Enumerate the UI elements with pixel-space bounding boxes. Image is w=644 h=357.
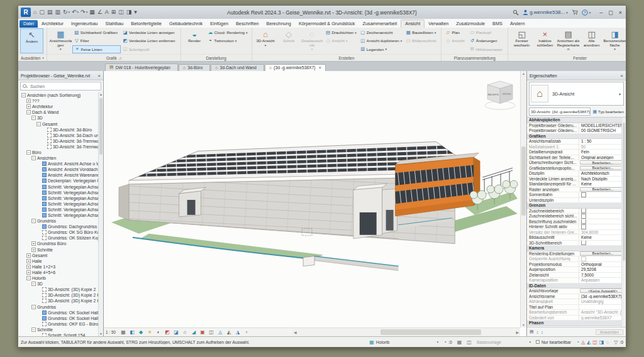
selection-toggle-icon[interactable]: ◔	[576, 339, 579, 345]
property-row[interactable]: Projektbrowser Gliederu... 00 ISOMETRISC…	[527, 128, 626, 134]
ribbon-button[interactable]: ◇ Ansicht	[443, 36, 467, 45]
property-row[interactable]: Standardanzeigestil für ... Keine	[527, 182, 626, 187]
search-input[interactable]	[29, 84, 99, 89]
selection-toggle-icon[interactable]: ◌	[606, 339, 609, 345]
property-value[interactable]: MODELLIERSICHTEN	[579, 123, 626, 128]
instance-combo[interactable]: 3D-Ansicht: {3d -g.wennike538X7}▾	[529, 107, 591, 116]
tree-expander[interactable]	[36, 293, 41, 297]
tree-item[interactable]: − Ansichten (nach Sortierung)	[19, 92, 103, 98]
tree-expander[interactable]: +	[26, 104, 31, 109]
view-control-icon[interactable]: ▦	[119, 329, 128, 336]
tree-item[interactable]: Schnitt: Verlegeplan Achse e	[19, 201, 103, 207]
ribbon-button[interactable]: ▤ Ansichten als Registerkarten	[557, 28, 580, 53]
property-row[interactable]: Sichtbarkeit der Teilele... Original anz…	[527, 155, 626, 161]
ribbon-tab[interactable]: Betonfertigteile	[127, 20, 165, 28]
property-value[interactable]: g.wennike538X7	[579, 316, 626, 321]
tree-expander[interactable]: +	[31, 241, 36, 246]
tree-expander[interactable]	[36, 185, 41, 189]
dropdown-caret-icon[interactable]: ▾	[614, 47, 616, 51]
tree-item[interactable]: Grundriss: OKF EG - Büro+H	[19, 321, 103, 327]
property-value[interactable]: {3d -g.wennike538X7}	[579, 294, 626, 299]
model-canvas[interactable]: RECHTS HINTEN	[104, 71, 520, 327]
view-control-icon[interactable]: ⌂	[180, 329, 189, 336]
ribbon-tab[interactable]: Berechnung	[263, 20, 295, 28]
tree-expander[interactable]: +	[31, 248, 36, 252]
tree-expander[interactable]	[36, 167, 41, 172]
dropdown-caret-icon[interactable]: ▾	[60, 47, 62, 51]
tree-item[interactable]: Ansicht: Ansicht Achse o Wa	[19, 161, 103, 167]
tree-item[interactable]: − Büro	[19, 150, 103, 155]
tree-item[interactable]: Schnitt: Schnitt 154	[19, 332, 103, 336]
property-value[interactable]	[579, 241, 626, 246]
tree-expander[interactable]	[36, 236, 41, 240]
property-value[interactable]	[579, 224, 626, 229]
tree-expander[interactable]: +	[26, 270, 31, 275]
tree-item[interactable]: Ansicht: Ansicht Warenannah	[19, 172, 103, 178]
scroll-right-icon[interactable]: ▶	[516, 330, 519, 334]
ribbon-tab[interactable]: Einfügen	[206, 20, 232, 28]
property-row[interactable]: Ansichtsname {3d -g.wennike538X7}	[527, 294, 626, 300]
tree-item[interactable]: + Halle 1+2+3	[19, 264, 103, 270]
quick-access-icon[interactable]: ▾	[133, 8, 138, 16]
tree-item[interactable]: + Halle	[19, 258, 103, 264]
tree-item[interactable]: Grundriss: OK SG Büro Kopie	[19, 229, 103, 235]
help-menu[interactable]: ? ▾	[582, 9, 591, 16]
ribbon-tab[interactable]: Stahlbau	[102, 20, 128, 28]
property-value[interactable]	[579, 305, 626, 310]
quick-access-icon[interactable]: ⌂	[33, 8, 38, 16]
selection-toggle-icon[interactable]: ◫	[592, 339, 597, 345]
properties-scrollbar[interactable]	[621, 118, 626, 327]
ribbon-tab[interactable]: Zusatzmodule	[452, 20, 489, 28]
scroll-up-icon[interactable]: ▲	[521, 72, 526, 75]
view-control-icon[interactable]: ‹	[242, 329, 251, 336]
property-row[interactable]: Zielansicht 7,5000	[527, 273, 626, 278]
property-value[interactable]: Orthogonal	[579, 262, 626, 267]
dropdown-caret-icon[interactable]: ▾	[385, 47, 387, 51]
property-row[interactable]: Abhängigkeit Unabhängig	[527, 299, 626, 305]
tree-expander[interactable]: −	[31, 282, 36, 286]
panel-label[interactable]: Fenster	[508, 54, 626, 61]
property-row[interactable]: Phasenfilter Keine	[527, 326, 626, 327]
tree-item[interactable]: Grundriss: OK Sockel Halle 5	[19, 316, 103, 321]
property-row[interactable]: Grenzen	[527, 203, 626, 209]
tree-expander[interactable]	[36, 230, 41, 234]
quick-access-icon[interactable]: ▥	[54, 8, 62, 16]
ribbon-button[interactable]: ◫ Alle anordnen	[580, 28, 603, 53]
tree-item[interactable]: Grundriss: Dachgrundriss Bü	[19, 224, 103, 229]
tree-item[interactable]: + ???	[19, 98, 103, 104]
horizontal-scrollbar[interactable]: ◀ ▶	[292, 327, 520, 336]
view-tab-close-icon[interactable]: ×	[319, 65, 321, 70]
tree-expander[interactable]	[42, 128, 46, 132]
properties-header[interactable]: Eigenschaften ×	[527, 71, 626, 80]
tree-expander[interactable]	[36, 224, 41, 229]
dropdown-caret-icon[interactable]: ▾	[401, 39, 402, 43]
workset-selector[interactable]: ▦ Holorib ▾	[369, 339, 438, 345]
quick-access-icon[interactable]: ◫	[118, 8, 125, 16]
property-value[interactable]: Anpassen	[579, 278, 626, 283]
ribbon-button[interactable]: × Inaktive schließen	[533, 28, 557, 53]
property-value[interactable]: Keine	[579, 235, 626, 240]
view-cube[interactable]: RECHTS HINTEN	[485, 81, 515, 109]
property-row[interactable]: Grafiken	[527, 134, 626, 140]
ribbon-button[interactable]: ▽ Filter	[72, 36, 121, 45]
property-value[interactable]	[579, 219, 626, 224]
view-control-icon[interactable]: ◬	[216, 329, 225, 336]
tree-item[interactable]: − Dach & Wand	[19, 109, 103, 115]
property-row[interactable]: Abhängigkeiten	[527, 118, 626, 123]
tree-expander[interactable]: −	[36, 122, 41, 126]
ribbon-button[interactable]: ⌂ 3D-Ansicht ▾	[254, 28, 277, 53]
restore-button[interactable]: ◻	[608, 9, 613, 16]
ribbon-button[interactable]: ▥ Legenden ▾	[358, 45, 404, 53]
tree-item[interactable]: − 3D	[19, 115, 103, 121]
ribbon-button[interactable]: ☁ Cloud- Rendering ▾	[206, 28, 250, 36]
ribbon-tab[interactable]: Datei	[19, 20, 38, 28]
browser-scrollbar[interactable]: ▲ ▼	[98, 92, 103, 336]
property-row[interactable]: Sonnenbahn	[527, 192, 626, 198]
apply-button[interactable]: Anwenden	[596, 329, 623, 335]
view-control-icon[interactable]: ◭	[225, 329, 233, 336]
tree-item[interactable]: − Ansichten	[19, 155, 103, 161]
property-row[interactable]: Phasen	[527, 321, 626, 326]
ribbon-button[interactable]: ▦ Ansichtsvorlagen ▾	[49, 28, 72, 53]
tree-expander[interactable]	[36, 207, 41, 212]
property-row[interactable]: Detaillierungsgrad Fein	[527, 150, 626, 155]
